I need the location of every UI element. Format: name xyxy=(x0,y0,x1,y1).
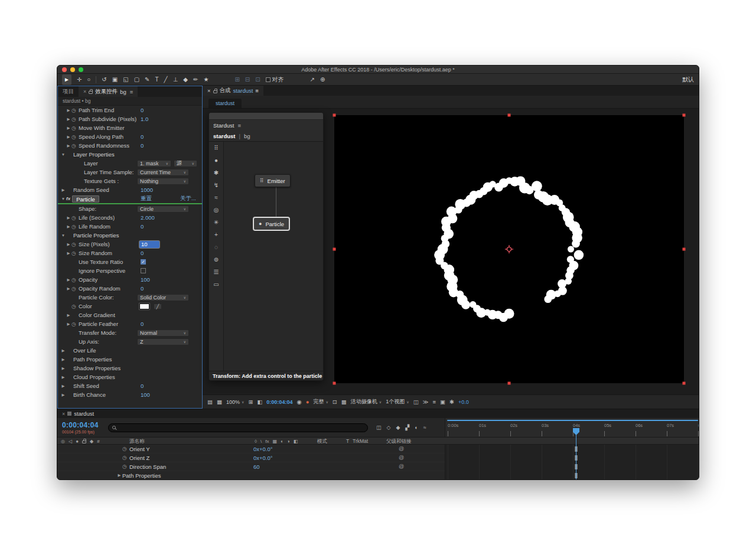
aux-emitter-node-icon[interactable]: ✳ xyxy=(211,218,221,227)
property-value[interactable]: 1.0 xyxy=(141,116,148,122)
timeline-track-area[interactable] xyxy=(445,445,699,480)
emitter-node[interactable]: ⠿ Emitter xyxy=(255,174,291,187)
timeline-row[interactable]: ▶Path Properties xyxy=(57,471,445,480)
stardust-panel-grip[interactable] xyxy=(209,113,323,120)
effect-row[interactable]: ▶◷Path Trim End0 xyxy=(58,106,202,115)
timeline-row[interactable]: ◷Orient Z0x+0.0°@ xyxy=(57,453,445,462)
close-tab-icon[interactable]: × xyxy=(207,87,211,94)
effect-row[interactable]: ◷Color╱ xyxy=(58,302,202,311)
twirl-icon[interactable]: ▶ xyxy=(66,117,71,122)
twirl-icon[interactable]: ▶ xyxy=(60,188,66,192)
workspace-button[interactable]: 默认 xyxy=(682,76,694,84)
twirl-icon[interactable]: ▶ xyxy=(60,384,66,389)
effect-row[interactable]: ▶◷Opacity Random0 xyxy=(58,284,202,293)
effect-row[interactable]: ▶◷Particle Feather0 xyxy=(58,319,202,328)
map-node-icon[interactable]: ⊚ xyxy=(211,256,221,264)
stopwatch-icon[interactable]: ◷ xyxy=(71,143,79,149)
video-eye-icon[interactable]: ◎ xyxy=(61,439,65,444)
adjustment-layer-switch-icon[interactable]: ◑ xyxy=(287,439,290,444)
motion-blur-switch-icon[interactable]: ◐ xyxy=(281,439,284,444)
brush-tool-icon[interactable]: ╱ xyxy=(164,74,168,85)
layer-handle[interactable] xyxy=(508,382,511,385)
expand-workspace-icon[interactable]: ↗ xyxy=(310,74,315,85)
shy-layers-icon[interactable]: ◆ xyxy=(396,425,400,430)
composition-viewer[interactable] xyxy=(334,115,684,383)
property-value[interactable]: 0 xyxy=(141,142,144,149)
checkbox[interactable] xyxy=(141,268,146,273)
effect-row[interactable]: Layer Time Sample:Current Time∨ xyxy=(58,168,202,177)
property-value-field[interactable]: 10 xyxy=(139,241,159,248)
lock-icon[interactable] xyxy=(82,440,86,443)
mask-feather-icon[interactable]: ⊞ xyxy=(234,74,239,85)
twirl-icon[interactable]: ▶ xyxy=(66,108,71,113)
mask-visibility-icon[interactable]: ◧ xyxy=(257,399,262,405)
turbulence-node-icon[interactable]: ≈ xyxy=(211,194,221,202)
emitter-node-icon[interactable]: ⠿ xyxy=(211,144,221,152)
timeline-tab-label[interactable]: stardust xyxy=(74,410,94,417)
quality-icon[interactable]: \ xyxy=(260,439,262,444)
timeline-search-input[interactable] xyxy=(108,423,368,432)
pick-whip-icon[interactable]: @ xyxy=(399,446,404,452)
effect-row[interactable]: ▶Path Properties xyxy=(58,355,202,364)
twirl-icon[interactable]: ▼ xyxy=(60,233,66,237)
audio-icon[interactable]: ◁ xyxy=(69,439,72,444)
twirl-icon[interactable]: ▼ xyxy=(60,197,66,201)
effect-row[interactable]: Ignore Perspective xyxy=(58,266,202,275)
effect-row[interactable]: Transfer Mode:Normal∨ xyxy=(58,328,202,337)
layer-handle[interactable] xyxy=(333,114,336,117)
twirl-icon[interactable]: ▶ xyxy=(66,322,71,327)
twirl-icon[interactable]: ▶ xyxy=(60,375,66,380)
twirl-icon[interactable]: ▶ xyxy=(66,286,71,291)
about-link[interactable]: 关于... xyxy=(180,195,196,203)
property-dropdown[interactable]: Z∨ xyxy=(137,338,189,345)
property-dropdown[interactable]: Nothing∨ xyxy=(137,178,189,185)
stopwatch-icon[interactable]: ◷ xyxy=(71,242,79,247)
lock-icon[interactable] xyxy=(89,91,93,94)
transparency-grid-icon[interactable]: ▦ xyxy=(217,399,222,405)
pan-behind-tool-icon[interactable]: ◱ xyxy=(123,74,128,85)
preview-quality-icon[interactable]: ▤ xyxy=(207,399,213,405)
column-t[interactable]: T xyxy=(346,438,349,445)
layer-handle[interactable] xyxy=(333,382,336,385)
property-value[interactable]: 0 xyxy=(141,285,144,292)
twirl-icon[interactable]: ▶ xyxy=(60,393,66,397)
effect-row[interactable]: Particle Color:Solid Color∨ xyxy=(58,293,202,302)
stopwatch-icon[interactable]: ◷ xyxy=(71,277,79,283)
property-dropdown[interactable]: Current Time∨ xyxy=(137,169,189,176)
property-value[interactable]: 0x+0.0° xyxy=(253,455,273,461)
type-tool-icon[interactable]: T xyxy=(155,74,158,85)
close-window-button[interactable] xyxy=(62,67,67,72)
stopwatch-icon[interactable]: ◷ xyxy=(71,125,79,131)
layer-dropdown[interactable]: 1. mask∨ xyxy=(137,160,171,167)
exposure-gear-icon[interactable]: ✱ xyxy=(449,399,454,405)
effect-name[interactable]: Particle xyxy=(72,195,99,203)
effect-row[interactable]: ▶◷Move With Emitter xyxy=(58,123,202,132)
twirl-icon[interactable]: ▶ xyxy=(66,216,71,220)
property-value[interactable]: 0x+0.0° xyxy=(253,446,273,452)
view-layout-select[interactable]: 1个视图∨ xyxy=(386,398,409,406)
align-checkbox[interactable]: 对齐 xyxy=(266,76,284,84)
magnification-select[interactable]: 100%∨ xyxy=(226,399,244,405)
preview-timecode[interactable]: 0:00:04:04 xyxy=(266,399,292,405)
property-value[interactable]: 100 xyxy=(141,391,150,398)
stopwatch-icon[interactable]: ◷ xyxy=(122,464,129,469)
breadcrumb-layer[interactable]: bg xyxy=(244,133,250,139)
layer-handle[interactable] xyxy=(333,248,336,251)
frame-blending-icon[interactable]: ▞ xyxy=(405,425,409,430)
pick-whip-icon[interactable]: @ xyxy=(399,455,404,461)
snapping-icon[interactable]: ⊕ xyxy=(320,74,325,85)
effect-row[interactable]: ▶◷Life Random0 xyxy=(58,222,202,231)
shape-tool-icon[interactable]: ▢ xyxy=(134,74,139,85)
effect-row[interactable]: ▶◷Speed Randomness0 xyxy=(58,141,202,150)
effect-row[interactable]: ▶◷Life (Seconds)2.000 xyxy=(58,213,202,222)
property-dropdown[interactable]: Solid Color∨ xyxy=(137,294,189,301)
close-tab-icon[interactable]: × xyxy=(83,89,86,94)
effect-row[interactable]: ▶Color Gradient xyxy=(58,311,202,319)
property-value[interactable]: 0 xyxy=(141,107,144,113)
panel-menu-icon[interactable]: ≡ xyxy=(255,87,259,94)
puppet-pin-tool-icon[interactable]: ★ xyxy=(203,74,208,85)
effect-row[interactable]: ▶◷Path Subdivide (Pixels)1.0 xyxy=(58,115,202,123)
source-dropdown[interactable]: 源∨ xyxy=(174,160,197,167)
fx-switch-icon[interactable]: fx xyxy=(265,439,269,444)
property-value[interactable]: 2.000 xyxy=(141,214,155,221)
